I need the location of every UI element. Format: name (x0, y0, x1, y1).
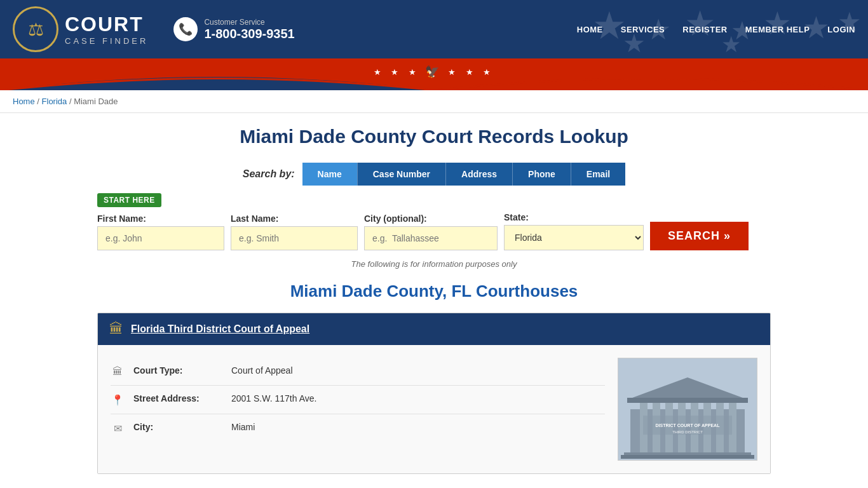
detail-row-address: 📍 Street Address: 2001 S.W. 117th Ave. (111, 386, 605, 414)
logo-icon: ⚖ (13, 6, 58, 52)
nav-register[interactable]: REGISTER (682, 25, 727, 34)
search-section: Search by: Name Case Number Address Phon… (97, 163, 771, 269)
court-type-label: Court Type: (133, 365, 222, 376)
courthouse-body: 🏛 Court Type: Court of Appeal 📍 Street A… (98, 345, 770, 473)
logo-area[interactable]: ⚖ COURT CASE FINDER (13, 6, 148, 52)
phone-label: Customer Service (204, 18, 294, 27)
last-name-input[interactable] (231, 226, 358, 250)
info-note: The following is for information purpose… (97, 259, 771, 269)
nav-services[interactable]: SERVICES (621, 25, 665, 34)
courthouse-image: DISTRICT COURT OF APPEAL THIRD DISTRICT (618, 358, 757, 461)
city-label: City (optional): (364, 214, 498, 224)
city-value: Miami (231, 422, 255, 432)
breadcrumb-florida[interactable]: Florida (42, 97, 67, 106)
courthouse-header: 🏛 Florida Third District Court of Appeal (98, 313, 770, 345)
city-input[interactable] (364, 226, 498, 250)
address-icon: 📍 (111, 394, 125, 406)
breadcrumb-sep-1: / (37, 97, 41, 106)
brand-tagline: CASE FINDER (65, 36, 148, 46)
search-by-label: Search by: (243, 168, 295, 180)
courthouse-card: 🏛 Florida Third District Court of Appeal… (97, 313, 771, 474)
nav-member-help[interactable]: MEMBER HELP (745, 25, 810, 34)
svg-text:THIRD DISTRICT: THIRD DISTRICT (672, 430, 703, 434)
main-content: Miami Dade County Court Records Lookup S… (85, 113, 783, 488)
brand-name: COURT (65, 13, 148, 36)
city-icon: ✉ (111, 423, 125, 435)
search-by-row: Search by: Name Case Number Address Phon… (97, 163, 771, 186)
start-here-badge: START HERE (97, 193, 161, 207)
state-label: State: (504, 212, 644, 222)
court-type-icon: 🏛 (111, 366, 125, 377)
last-name-group: Last Name: (231, 214, 358, 250)
state-select[interactable]: Florida Alabama Alaska Arizona Californi… (504, 225, 644, 250)
phone-info: Customer Service 1-800-309-9351 (204, 18, 294, 41)
breadcrumb-current: Miami Dade (74, 97, 118, 106)
courthouse-img-placeholder: DISTRICT COURT OF APPEAL THIRD DISTRICT (618, 358, 757, 460)
city-label-detail: City: (133, 422, 222, 432)
phone-icon: 📞 (173, 17, 198, 41)
logo-text: COURT CASE FINDER (65, 13, 148, 46)
breadcrumb-home[interactable]: Home (13, 97, 35, 106)
svg-rect-11 (627, 398, 748, 403)
address-value: 2001 S.W. 117th Ave. (231, 393, 316, 403)
first-name-group: First Name: (97, 214, 224, 250)
phone-area: 📞 Customer Service 1-800-309-9351 (173, 17, 294, 41)
courthouses-section: Miami Dade County, FL Courthouses 🏛 Flor… (97, 281, 771, 474)
nav-login[interactable]: LOGIN (827, 25, 855, 34)
eagle-row: ★ ★ ★ 🦅 ★ ★ ★ (374, 65, 494, 79)
svg-text:DISTRICT COURT OF APPEAL: DISTRICT COURT OF APPEAL (656, 423, 721, 428)
courthouse-building-icon: 🏛 (109, 321, 123, 337)
phone-number: 1-800-309-9351 (204, 27, 294, 41)
tab-phone[interactable]: Phone (512, 163, 571, 186)
court-type-value: Court of Appeal (231, 365, 293, 376)
first-name-label: First Name: (97, 214, 224, 224)
tab-case-number[interactable]: Case Number (357, 163, 445, 186)
state-group: State: Florida Alabama Alaska Arizona Ca… (504, 212, 644, 250)
main-nav: HOME SERVICES REGISTER MEMBER HELP LOGIN (577, 25, 855, 34)
breadcrumb: Home / Florida / Miami Dade (0, 90, 868, 113)
tab-email[interactable]: Email (571, 163, 625, 186)
svg-rect-13 (621, 455, 754, 459)
site-header: ★ ★ ★ ★ ★ ★ ★ ★ ★ ⚖ COURT CASE FINDER 📞 … (0, 0, 868, 90)
search-fields-row: First Name: Last Name: City (optional): … (97, 212, 771, 250)
courthouse-details: 🏛 Court Type: Court of Appeal 📍 Street A… (111, 358, 605, 461)
detail-row-city: ✉ City: Miami (111, 414, 605, 442)
courthouse-img-svg: DISTRICT COURT OF APPEAL THIRD DISTRICT (618, 358, 757, 460)
last-name-label: Last Name: (231, 214, 358, 224)
address-label: Street Address: (133, 393, 222, 403)
courthouses-title: Miami Dade County, FL Courthouses (97, 281, 771, 301)
search-button[interactable]: SEARCH » (650, 222, 749, 250)
tab-name[interactable]: Name (302, 163, 357, 186)
page-title: Miami Dade County Court Records Lookup (97, 126, 771, 147)
tab-address[interactable]: Address (445, 163, 512, 186)
courthouse-name-link[interactable]: Florida Third District Court of Appeal (131, 323, 309, 335)
nav-home[interactable]: HOME (577, 25, 603, 34)
city-group: City (optional): (364, 214, 498, 250)
detail-row-court-type: 🏛 Court Type: Court of Appeal (111, 358, 605, 386)
first-name-input[interactable] (97, 226, 224, 250)
